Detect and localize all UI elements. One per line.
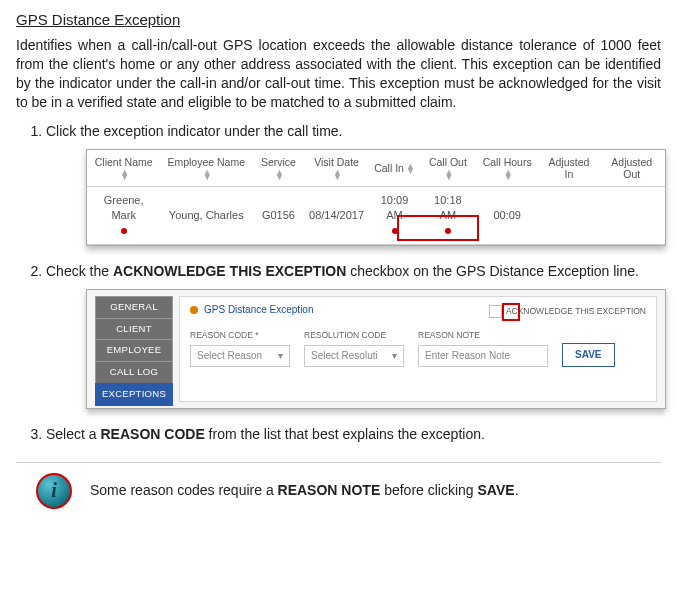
col-callin-label: Call In bbox=[374, 162, 404, 174]
col-call-out[interactable]: Call Out bbox=[421, 150, 475, 187]
table-row[interactable]: Greene, Mark Young, Charles G0156 08/14/… bbox=[87, 187, 665, 245]
reason-note-label: REASON NOTE bbox=[418, 330, 548, 341]
reason-note-input[interactable]: Enter Reason Note bbox=[418, 345, 548, 367]
reason-code-placeholder: Select Reason bbox=[197, 349, 262, 363]
step-1-text: Click the exception indicator under the … bbox=[46, 123, 342, 139]
exception-name: GPS Distance Exception bbox=[204, 303, 314, 317]
resolution-code-select[interactable]: Select Resoluti▾ bbox=[304, 345, 404, 367]
col-adjout-label: Adjusted Out bbox=[611, 156, 652, 180]
exception-panel-body: GPS Distance Exception ACKNOWLEDGE THIS … bbox=[179, 296, 657, 402]
reason-code-label: REASON CODE * bbox=[190, 330, 290, 341]
col-client-label: Client Name bbox=[95, 156, 153, 168]
step-1: Click the exception indicator under the … bbox=[46, 122, 661, 246]
reason-note-field: REASON NOTE Enter Reason Note bbox=[418, 330, 548, 366]
section-title: GPS Distance Exception bbox=[16, 10, 661, 30]
acknowledge-label: ACKNOWLEDGE THIS EXCEPTION bbox=[506, 306, 646, 317]
sort-icon[interactable] bbox=[406, 164, 415, 175]
col-visit-label: Visit Date bbox=[314, 156, 359, 168]
sort-icon[interactable] bbox=[333, 170, 342, 181]
col-client[interactable]: Client Name bbox=[87, 150, 160, 187]
col-service[interactable]: Service bbox=[252, 150, 305, 187]
acknowledge-checkbox[interactable] bbox=[489, 305, 502, 318]
step-3-bold: REASON CODE bbox=[100, 426, 204, 442]
tab-column: GENERAL CLIENT EMPLOYEE CALL LOG EXCEPTI… bbox=[95, 296, 173, 405]
step-3-post: from the list that best explains the exc… bbox=[205, 426, 485, 442]
red-highlight-box bbox=[397, 215, 479, 241]
col-employee-label: Employee Name bbox=[167, 156, 245, 168]
save-button[interactable]: SAVE bbox=[562, 343, 615, 367]
info-icon: i bbox=[36, 473, 72, 509]
col-adj-out: Adjusted Out bbox=[599, 150, 665, 187]
col-adj-in: Adjusted In bbox=[539, 150, 598, 187]
sort-icon[interactable] bbox=[275, 170, 284, 181]
chevron-down-icon: ▾ bbox=[278, 349, 283, 363]
note-b2: SAVE bbox=[478, 482, 515, 498]
tab-employee[interactable]: EMPLOYEE bbox=[95, 339, 173, 362]
step-3-pre: Select a bbox=[46, 426, 100, 442]
step-2-pre: Check the bbox=[46, 263, 113, 279]
exception-dot-icon[interactable] bbox=[121, 228, 127, 234]
tab-call-log[interactable]: CALL LOG bbox=[95, 361, 173, 384]
red-highlight-box bbox=[502, 303, 520, 321]
intro-paragraph: Identifies when a call-in/call-out GPS l… bbox=[16, 36, 661, 112]
col-adjin-label: Adjusted In bbox=[548, 156, 589, 180]
reason-code-field: REASON CODE * Select Reason▾ bbox=[190, 330, 290, 366]
sort-icon[interactable] bbox=[504, 170, 513, 181]
col-employee[interactable]: Employee Name bbox=[160, 150, 252, 187]
note-pre: Some reason codes require a bbox=[90, 482, 278, 498]
tab-client[interactable]: CLIENT bbox=[95, 318, 173, 341]
note-b1: REASON NOTE bbox=[278, 482, 381, 498]
reason-code-select[interactable]: Select Reason▾ bbox=[190, 345, 290, 367]
col-callout-label: Call Out bbox=[429, 156, 467, 168]
cell-call-hours: 00:09 bbox=[475, 187, 539, 245]
col-callhours-label: Call Hours bbox=[483, 156, 532, 168]
chevron-down-icon: ▾ bbox=[392, 349, 397, 363]
info-note: i Some reason codes require a REASON NOT… bbox=[36, 473, 661, 509]
separator bbox=[16, 462, 661, 463]
note-mid: before clicking bbox=[380, 482, 477, 498]
step-2: Check the ACKNOWLEDGE THIS EXCEPTION che… bbox=[46, 262, 661, 409]
cell-client: Greene, Mark bbox=[87, 187, 160, 245]
cell-adj-in bbox=[539, 187, 598, 245]
cell-service: G0156 bbox=[252, 187, 305, 245]
step-2-post: checkbox on the GPS Distance Exception l… bbox=[346, 263, 639, 279]
col-visit-date[interactable]: Visit Date bbox=[305, 150, 369, 187]
screenshot-exception-panel: GENERAL CLIENT EMPLOYEE CALL LOG EXCEPTI… bbox=[86, 289, 666, 409]
resolution-code-placeholder: Select Resoluti bbox=[311, 349, 378, 363]
step-3: Select a REASON CODE from the list that … bbox=[46, 425, 661, 444]
note-post: . bbox=[515, 482, 519, 498]
col-call-hours[interactable]: Call Hours bbox=[475, 150, 539, 187]
tab-general[interactable]: GENERAL bbox=[95, 296, 173, 319]
col-service-label: Service bbox=[261, 156, 296, 168]
exception-indicator-icon bbox=[190, 306, 198, 314]
resolution-code-field: RESOLUTION CODE Select Resoluti▾ bbox=[304, 330, 404, 366]
info-note-text: Some reason codes require a REASON NOTE … bbox=[90, 481, 519, 500]
sort-icon[interactable] bbox=[203, 170, 212, 181]
sort-icon[interactable] bbox=[120, 170, 129, 181]
cell-visit-date: 08/14/2017 bbox=[305, 187, 369, 245]
cell-client-text: Greene, Mark bbox=[104, 194, 144, 221]
cell-adj-out bbox=[599, 187, 665, 245]
cell-employee: Young, Charles bbox=[160, 187, 252, 245]
sort-icon[interactable] bbox=[444, 170, 453, 181]
screenshot-visit-table: Client Name Employee Name Service Visit … bbox=[86, 149, 666, 246]
resolution-code-label: RESOLUTION CODE bbox=[304, 330, 404, 341]
step-2-bold: ACKNOWLEDGE THIS EXCEPTION bbox=[113, 263, 346, 279]
fields-row: REASON CODE * Select Reason▾ RESOLUTION … bbox=[190, 330, 646, 366]
col-call-in[interactable]: Call In bbox=[368, 150, 420, 187]
reason-note-placeholder: Enter Reason Note bbox=[425, 349, 510, 363]
tab-exceptions[interactable]: EXCEPTIONS bbox=[95, 383, 173, 406]
